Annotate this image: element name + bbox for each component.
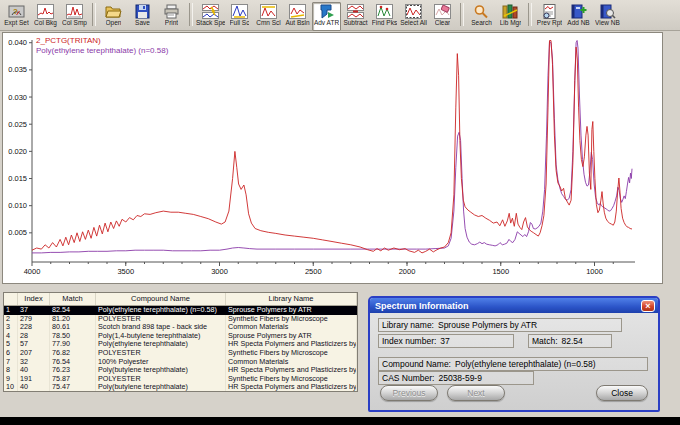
toolbar-button-cmn-scl[interactable]: Cmn Scl bbox=[254, 2, 283, 31]
prev-rpt-icon bbox=[541, 4, 558, 19]
table-row[interactable]: 84076.23Poly(butylene terephthalate)HR S… bbox=[4, 366, 357, 375]
cmn-scl-icon bbox=[260, 4, 277, 19]
subtract-icon bbox=[347, 4, 364, 19]
search-icon bbox=[473, 4, 490, 19]
legend-series-2: Poly(ethylene terephthalate) (n=0.58) bbox=[36, 46, 168, 56]
toolbar-separator bbox=[460, 3, 464, 26]
clear-icon bbox=[434, 4, 451, 19]
toolbar-separator bbox=[92, 3, 96, 26]
svg-text:1000: 1000 bbox=[586, 267, 603, 276]
table-row[interactable]: 42878.50Poly(1,4-butylene terephthalate)… bbox=[4, 332, 357, 341]
application-window: ?Expt SetCol BkgCol SmpOpenSavePrintStac… bbox=[0, 0, 680, 425]
stack-spe-icon bbox=[202, 4, 219, 19]
svg-text:0.035: 0.035 bbox=[8, 65, 27, 74]
results-table-body: 13782.54Poly(ethylene terephthalate) (n=… bbox=[4, 306, 357, 392]
toolbar-button-clear[interactable]: Clear bbox=[428, 2, 457, 31]
table-row[interactable]: 322880.61Scotch brand 898 tape - back si… bbox=[4, 323, 357, 332]
aut-bsln-icon bbox=[289, 4, 306, 19]
open-icon bbox=[105, 4, 122, 19]
col-bkg-icon bbox=[37, 4, 54, 19]
cas-number-field: CAS Number:25038-59-9 bbox=[378, 371, 534, 385]
dialog-close-button[interactable]: × bbox=[641, 300, 655, 312]
toolbar-button-expt-set[interactable]: ?Expt Set bbox=[2, 2, 31, 31]
results-table-header: Index Match Compound Name Library Name bbox=[4, 293, 357, 306]
header-index: Index bbox=[18, 293, 50, 305]
match-field: Match:82.54 bbox=[528, 334, 612, 348]
toolbar-button-col-smp[interactable]: Col Smp bbox=[60, 2, 89, 31]
toolbar-button-col-bkg[interactable]: Col Bkg bbox=[31, 2, 60, 31]
table-row[interactable]: 104075.47Poly(butylene terephthalate)HR … bbox=[4, 383, 357, 392]
compound-name-field: Compound Name:Poly(ethylene terephthalat… bbox=[378, 357, 648, 371]
index-match-row: Index number:37 Match:82.54 bbox=[378, 334, 650, 348]
dialog-buttons: Previous Next Close bbox=[380, 385, 648, 401]
legend-series-1: 2_PCTG(TRITAN) bbox=[36, 36, 168, 46]
dialog-body: Library name:Sprouse Polymers by ATR Ind… bbox=[370, 313, 658, 408]
table-row[interactable]: 919175.87POLYESTERSynthetic Fibers by Mi… bbox=[4, 375, 357, 384]
svg-text:2500: 2500 bbox=[305, 267, 322, 276]
toolbar-button-save[interactable]: Save bbox=[128, 2, 157, 31]
svg-text:4000: 4000 bbox=[24, 267, 41, 276]
lib-mgr-icon bbox=[502, 4, 519, 19]
next-button[interactable]: Next bbox=[447, 385, 505, 401]
svg-text:?: ? bbox=[13, 7, 18, 16]
chart-legend: 2_PCTG(TRITAN) Poly(ethylene terephthala… bbox=[36, 36, 168, 55]
toolbar-button-full-sc[interactable]: Full Sc bbox=[225, 2, 254, 31]
toolbar: ?Expt SetCol BkgCol SmpOpenSavePrintStac… bbox=[0, 0, 680, 31]
table-row[interactable]: 13782.54Poly(ethylene terephthalate) (n=… bbox=[4, 306, 357, 315]
table-row[interactable]: 620776.82POLYESTERSynthetic Fibers by Mi… bbox=[4, 349, 357, 358]
adv-atr-icon bbox=[318, 4, 335, 19]
spectra-plot: 0.0050.0100.0150.0200.0250.0300.0350.040… bbox=[4, 35, 661, 282]
print-icon bbox=[163, 4, 180, 19]
close-button[interactable]: Close bbox=[596, 385, 648, 401]
table-row[interactable]: 73276.54100% PolyesterCommon Materials bbox=[4, 358, 357, 367]
header-library-name: Library Name bbox=[226, 293, 357, 305]
cas-number-value: 25038-59-9 bbox=[438, 373, 481, 383]
index-number-value: 37 bbox=[440, 336, 449, 346]
find-pks-icon bbox=[376, 4, 393, 19]
view-nb-icon bbox=[599, 4, 616, 19]
svg-text:0.015: 0.015 bbox=[8, 174, 27, 183]
svg-text:1500: 1500 bbox=[492, 267, 509, 276]
toolbar-button-find-pks[interactable]: Find Pks bbox=[370, 2, 399, 31]
toolbar-separator bbox=[528, 3, 532, 26]
window-bottom-edge bbox=[0, 417, 680, 425]
header-row-number bbox=[4, 293, 18, 305]
table-row[interactable]: 55777.90Poly(ethylene terephthalate)HR S… bbox=[4, 340, 357, 349]
save-icon bbox=[134, 4, 151, 19]
dialog-titlebar[interactable]: Spectrum Information × bbox=[370, 298, 658, 313]
svg-text:0.010: 0.010 bbox=[8, 201, 27, 210]
expt-set-icon: ? bbox=[8, 4, 25, 19]
toolbar-button-search[interactable]: Search bbox=[467, 2, 496, 31]
library-name-field: Library name:Sprouse Polymers by ATR bbox=[378, 318, 622, 332]
match-value: 82.54 bbox=[562, 336, 583, 346]
col-smp-icon bbox=[66, 4, 83, 19]
close-icon: × bbox=[645, 301, 650, 311]
search-results-table: Index Match Compound Name Library Name 1… bbox=[3, 292, 358, 392]
table-row[interactable]: 227981.20POLYESTERSynthetic Fibers by Mi… bbox=[4, 315, 357, 324]
toolbar-button-print[interactable]: Print bbox=[157, 2, 186, 31]
header-compound-name: Compound Name bbox=[96, 293, 226, 305]
toolbar-button-add-nb[interactable]: Add NB bbox=[564, 2, 593, 31]
dialog-title: Spectrum Information bbox=[375, 301, 641, 311]
toolbar-button-stack-spe[interactable]: Stack Spe bbox=[196, 2, 225, 31]
toolbar-button-subtract[interactable]: Subtract bbox=[341, 2, 370, 31]
compound-name-value: Poly(ethylene terephthalate) (n=0.58) bbox=[455, 359, 596, 369]
full-sc-icon bbox=[231, 4, 248, 19]
toolbar-button-lib-mgr[interactable]: Lib Mgr bbox=[496, 2, 525, 31]
svg-text:3500: 3500 bbox=[117, 267, 134, 276]
toolbar-button-aut-bsln[interactable]: Aut Bsln bbox=[283, 2, 312, 31]
match-label: Match: bbox=[532, 336, 558, 346]
svg-text:0.040: 0.040 bbox=[8, 38, 27, 47]
add-nb-icon bbox=[570, 4, 587, 19]
svg-text:0.025: 0.025 bbox=[8, 120, 27, 129]
cas-number-label: CAS Number: bbox=[382, 373, 434, 383]
header-match: Match bbox=[50, 293, 96, 305]
toolbar-button-prev-rpt[interactable]: Prev Rpt bbox=[535, 2, 564, 31]
toolbar-button-open[interactable]: Open bbox=[99, 2, 128, 31]
previous-button[interactable]: Previous bbox=[380, 385, 438, 401]
toolbar-button-adv-atr[interactable]: Adv ATR bbox=[312, 2, 341, 31]
index-number-field: Index number:37 bbox=[378, 334, 514, 348]
spectrum-information-dialog: Spectrum Information × Library name:Spro… bbox=[368, 296, 660, 412]
toolbar-button-view-nb[interactable]: View NB bbox=[593, 2, 622, 31]
toolbar-button-select-all[interactable]: Select All bbox=[399, 2, 428, 31]
